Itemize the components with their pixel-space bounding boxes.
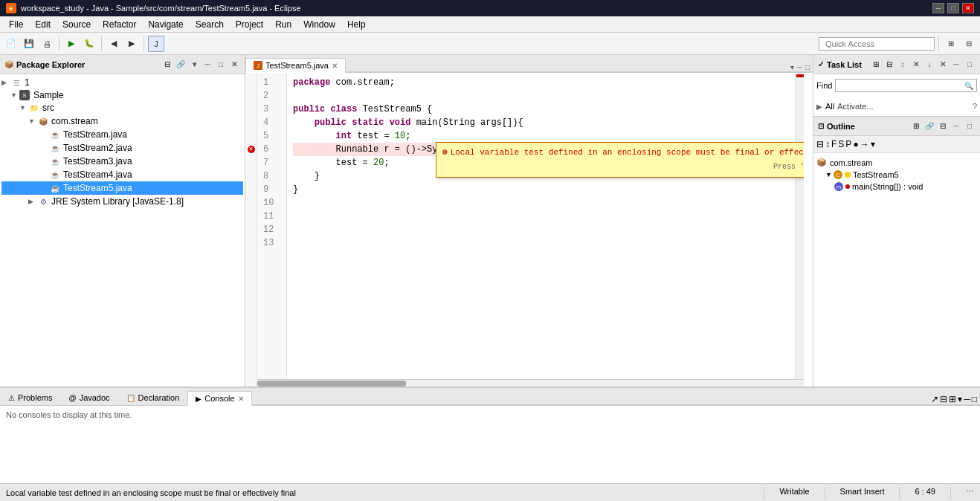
link-editor-icon[interactable]: 🔗 (175, 59, 187, 71)
console-action-3[interactable]: ⊞ (949, 394, 956, 404)
find-search-icon[interactable]: 🔍 (964, 82, 973, 90)
perspective-btn-1[interactable]: ⊞ (943, 36, 959, 52)
console-max[interactable]: □ (972, 394, 977, 404)
horizontal-scrollbar[interactable] (257, 379, 804, 387)
console-action-2[interactable]: ⊟ (940, 394, 947, 404)
status-message: Local variable test defined in an enclos… (6, 488, 296, 497)
tab-console[interactable]: ▶ Console ✕ (187, 391, 251, 406)
perspective-btn-2[interactable]: ⊟ (961, 36, 977, 52)
outline-collapse-icon[interactable]: ⊟ (816, 139, 824, 149)
console-min[interactable]: ─ (964, 394, 970, 404)
outline-min[interactable]: ─ (950, 120, 962, 132)
menu-help[interactable]: Help (341, 18, 372, 31)
activate-label[interactable]: Activate... (837, 102, 873, 111)
tree-item-ts4[interactable]: ☕ TestStream4.java (1, 168, 243, 181)
tl-btn5[interactable]: ↓ (923, 59, 935, 71)
save-button[interactable]: 💾 (21, 36, 37, 52)
editor-menu-icon[interactable]: ▾ (790, 63, 794, 71)
scrollbar-thumb[interactable] (257, 381, 406, 387)
tl-btn6[interactable]: ✕ (937, 59, 949, 71)
all-label[interactable]: All (825, 102, 834, 111)
outline-btn1[interactable]: ⊞ (910, 120, 922, 132)
tab-problems[interactable]: ⚠ Problems (0, 390, 60, 405)
editor-max-icon[interactable]: □ (805, 63, 810, 71)
outline-menu-icon[interactable]: ▾ (871, 139, 875, 149)
tree-item-ts5[interactable]: ☕ TestStream5.java (1, 181, 243, 195)
tree-item-label: JRE System Library [JavaSE-1.8] (51, 196, 184, 207)
menu-run[interactable]: Run (269, 18, 297, 31)
tree-item-ts1[interactable]: ☕ TestStream.java (1, 128, 243, 141)
back-button[interactable]: ◀ (106, 36, 122, 52)
panel-min-icon[interactable]: ─ (202, 59, 213, 71)
outline-btn2[interactable]: 🔗 (923, 120, 935, 132)
tl-min[interactable]: ─ (950, 59, 962, 71)
outline-hide-nonpub-icon[interactable]: P (845, 139, 851, 149)
java-perspective-button[interactable]: J (148, 36, 164, 52)
editor-scroll[interactable]: ✕ 1 2 3 4 5 6 7 8 9 (245, 73, 804, 387)
tree-item-ts3[interactable]: ☕ TestStream3.java (1, 155, 243, 168)
outline-arrow-icon[interactable]: → (860, 139, 869, 149)
menu-navigate[interactable]: Navigate (142, 18, 189, 31)
tab-close-icon[interactable]: ✕ (332, 62, 338, 70)
gutter-7 (245, 156, 257, 169)
debug-button[interactable]: 🐛 (81, 36, 97, 52)
tl-btn1[interactable]: ⊞ (870, 59, 882, 71)
outline-hide-static-icon[interactable]: S (838, 139, 844, 149)
tree-item-package[interactable]: ▼ 📦 com.stream (1, 114, 243, 128)
tree-item-sample[interactable]: ▼ S Sample (1, 89, 243, 101)
editor-area[interactable]: ✕ 1 2 3 4 5 6 7 8 9 (245, 73, 813, 387)
status-extra-icon[interactable]: ⋯ (966, 487, 974, 499)
print-button[interactable]: 🖨 (39, 36, 55, 52)
panel-close-icon[interactable]: ✕ (228, 59, 240, 71)
tl-max[interactable]: □ (964, 59, 976, 71)
help-icon[interactable]: ? (973, 102, 977, 111)
tree-item-ts2[interactable]: ☕ TestStream2.java (1, 141, 243, 155)
tab-declaration[interactable]: 📋 Declaration (118, 390, 188, 405)
tree-item-root[interactable]: ▶ ☰ 1 (1, 76, 243, 89)
console-action-4[interactable]: ▾ (958, 394, 962, 404)
outline-btn3[interactable]: ⊟ (937, 120, 949, 132)
quick-access-input[interactable] (819, 37, 935, 51)
bottom-panel: ⚠ Problems @ Javadoc 📋 Declaration ▶ Con… (0, 387, 980, 483)
panel-max-icon[interactable]: □ (215, 59, 227, 71)
outline-class[interactable]: ▼ C TestStream5 (816, 169, 977, 181)
outline-max[interactable]: □ (964, 120, 976, 132)
code-editor[interactable]: package com.stream; public class TestStr… (287, 73, 804, 387)
run-button[interactable]: ▶ (63, 36, 80, 52)
outline-package[interactable]: 📦 com.stream (816, 156, 977, 169)
outline-method[interactable]: m main(String[]) : void (816, 181, 977, 193)
expand-icon: ▼ (19, 104, 28, 111)
find-label: Find (816, 81, 832, 90)
minimize-button[interactable]: ─ (932, 3, 944, 13)
editor-min-icon[interactable]: ─ (797, 63, 802, 71)
menu-source[interactable]: Source (57, 18, 97, 31)
tl-btn3[interactable]: ↕ (897, 59, 909, 71)
find-input-container[interactable]: 🔍 (835, 79, 977, 92)
outline-circle-icon[interactable]: ● (853, 139, 858, 149)
tab-javadoc[interactable]: @ Javadoc (60, 390, 117, 405)
new-button[interactable]: 📄 (3, 36, 19, 52)
collapse-all-icon[interactable]: ⊟ (161, 59, 173, 71)
console-tab-close[interactable]: ✕ (238, 395, 244, 403)
editor-tab-controls: ▾ ─ □ (787, 63, 813, 72)
status-sep-2 (825, 487, 825, 499)
tl-btn2[interactable]: ⊟ (883, 59, 895, 71)
panel-menu-icon[interactable]: ▾ (188, 59, 200, 71)
console-action-1[interactable]: ↗ (931, 394, 938, 404)
close-button[interactable]: ✕ (962, 3, 974, 13)
menu-file[interactable]: File (3, 18, 29, 31)
tree-item-src[interactable]: ▼ 📁 src (1, 101, 243, 114)
forward-button[interactable]: ▶ (123, 36, 140, 52)
menu-refactor[interactable]: Refactor (97, 18, 142, 31)
maximize-button[interactable]: □ (947, 3, 959, 13)
menu-project[interactable]: Project (230, 18, 269, 31)
outline-sort-icon[interactable]: ↕ (825, 139, 830, 149)
menu-window[interactable]: Window (297, 18, 341, 31)
tl-btn4[interactable]: ✕ (910, 59, 922, 71)
outline-hide-fields-icon[interactable]: F (831, 139, 836, 149)
editor-tab-ts5[interactable]: J TestStream5.java ✕ (245, 58, 346, 73)
find-input[interactable] (839, 81, 964, 90)
menu-search[interactable]: Search (190, 18, 230, 31)
menu-edit[interactable]: Edit (29, 18, 57, 31)
tree-item-jre[interactable]: ▶ ⚙ JRE System Library [JavaSE-1.8] (1, 195, 243, 208)
